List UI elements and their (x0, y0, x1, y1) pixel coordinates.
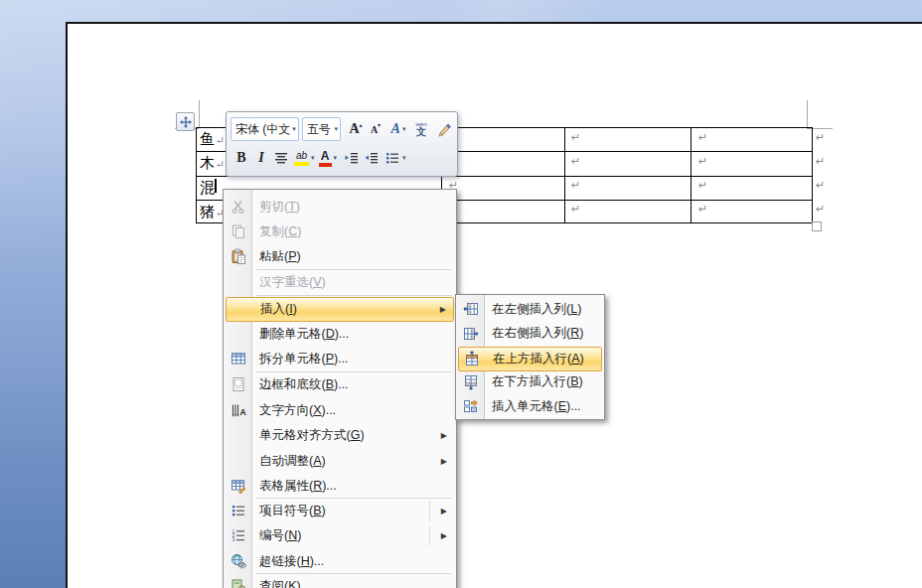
end-of-cell-mark: ↵ (571, 156, 580, 167)
borders-shading-icon (226, 376, 251, 392)
chevron-down-icon[interactable]: ▾ (292, 125, 296, 133)
format-painter-brush-icon (436, 121, 452, 137)
bullets-icon (226, 503, 251, 518)
submenu-arrow-icon: ▶ (441, 457, 447, 466)
grow-font-button[interactable]: A▴ (347, 118, 365, 140)
table-cell-text[interactable]: 木↵ (200, 154, 225, 173)
submenu-item-insert-row-above[interactable]: 在上方插入行(A) (458, 347, 602, 371)
menu-item-cut[interactable]: 剪切(T) (226, 196, 454, 219)
table-cell-text[interactable]: 混 (200, 179, 215, 198)
menu-item-split-cells[interactable]: 拆分单元格(P)... (226, 348, 454, 370)
end-of-cell-mark: ↵ (698, 204, 707, 215)
text-highlight-button[interactable]: ab ▾ (294, 147, 315, 169)
end-of-cell-mark: ↵ (698, 132, 707, 143)
left-margin-cropmark (199, 100, 200, 128)
increase-indent-icon (364, 150, 380, 166)
split-button-divider (429, 526, 430, 545)
menu-item-text-direction[interactable]: A 文字方向(X)... (226, 399, 454, 422)
font-size-combobox[interactable]: 五号 ▾ (302, 117, 341, 141)
hyperlink-globe-icon (226, 553, 251, 569)
menu-item-lookup[interactable]: 查阅(K) (226, 575, 454, 588)
right-margin-cropmark-h (807, 128, 833, 129)
submenu-item-insert-cells[interactable]: 插入单元格(E)... (458, 395, 602, 418)
menu-item-table-properties[interactable]: 表格属性(R)... (226, 475, 454, 498)
end-of-cell-mark: ↵ (698, 156, 707, 167)
end-of-cell-mark: ↵ (216, 134, 225, 147)
quick-styles-button[interactable]: A ▾ (389, 118, 407, 140)
insert-cells-icon (458, 398, 484, 414)
end-of-row-mark: ↵ (816, 180, 825, 191)
bold-button[interactable]: B (232, 147, 250, 169)
menu-item-borders-shading[interactable]: 边框和底纹(B)... (226, 373, 454, 396)
table-border (196, 127, 197, 223)
menu-item-autofit[interactable]: 自动调整(A) ▶ (226, 450, 454, 473)
table-resize-handle[interactable] (812, 221, 822, 231)
phonetic-guide-button[interactable]: wén 文 (412, 118, 430, 140)
menu-item-insert[interactable]: 插入(I) ▶ (226, 297, 454, 322)
menu-separator (256, 269, 452, 270)
menu-separator (256, 295, 452, 296)
font-color-button[interactable]: A ▾ (319, 147, 338, 169)
shrink-font-caret-icon: ▾ (378, 121, 381, 128)
center-align-button[interactable] (272, 147, 290, 169)
increase-indent-button[interactable] (363, 147, 381, 169)
menu-item-copy[interactable]: 复制(C) (226, 220, 454, 243)
table-cell-text[interactable]: 猪↵ (200, 203, 225, 221)
bullets-button[interactable]: ▾ (384, 147, 406, 169)
phonetic-guide-icon: wén 文 (415, 121, 426, 137)
chevron-down-icon: ▾ (402, 125, 406, 133)
end-of-cell-mark: ↵ (571, 180, 580, 191)
menu-item-hyperlink[interactable]: 超链接(H)... (226, 550, 454, 573)
scissors-icon (226, 199, 251, 215)
format-painter-button[interactable] (435, 118, 453, 140)
text-cursor (215, 179, 217, 193)
mini-toolbar: 宋体 (中文 ▾ 五号 ▾ A▴ A▾ A ▾ wén 文 (226, 111, 458, 177)
grow-font-caret-icon: ▴ (360, 121, 363, 128)
decrease-indent-button[interactable] (343, 147, 361, 169)
submenu-item-insert-row-below[interactable]: 在下方插入行(B) (458, 370, 602, 393)
chevron-down-icon[interactable]: ▾ (334, 154, 338, 162)
numbering-icon: 123 (226, 527, 251, 543)
menu-item-cell-alignment[interactable]: 单元格对齐方式(G) ▶ (226, 424, 454, 447)
table-properties-icon (226, 478, 251, 494)
copy-icon (226, 223, 251, 239)
menu-item-numbering[interactable]: 123 编号(N) ▶ (226, 524, 454, 547)
table-cell-text[interactable]: 鱼↵ (200, 130, 225, 149)
lookup-icon (226, 578, 251, 588)
decrease-indent-icon (344, 150, 360, 166)
end-of-cell-mark: ↵ (571, 204, 580, 215)
insert-column-right-icon (458, 326, 484, 342)
font-name-value: 宋体 (中文 (235, 121, 290, 138)
chevron-down-icon[interactable]: ▾ (402, 154, 406, 162)
split-cells-icon (226, 351, 251, 367)
svg-text:A: A (240, 407, 246, 417)
svg-text:3: 3 (232, 536, 235, 542)
shrink-font-button[interactable]: A▾ (367, 118, 384, 140)
end-of-row-mark: ↵ (816, 204, 825, 215)
menu-item-hanzi-reselect[interactable]: 汉字重选(V) (226, 271, 454, 294)
center-align-icon (273, 150, 289, 166)
end-of-row-mark: ↵ (816, 132, 825, 143)
text-direction-icon: A (226, 402, 251, 418)
menu-item-delete-cells[interactable]: 删除单元格(D)... (226, 323, 454, 346)
font-name-combobox[interactable]: 宋体 (中文 ▾ (230, 117, 299, 141)
font-color-icon: A (319, 150, 332, 167)
submenu-item-insert-column-right[interactable]: 在右侧插入列(R) (458, 322, 602, 345)
submenu-arrow-icon: ▶ (441, 507, 447, 515)
table-border (691, 127, 692, 223)
submenu-arrow-icon: ▶ (441, 531, 447, 540)
menu-item-bullets[interactable]: 项目符号(B) ▶ (226, 500, 454, 522)
font-size-value: 五号 (307, 121, 333, 138)
chevron-down-icon[interactable]: ▾ (334, 125, 338, 133)
menu-item-paste[interactable]: 粘贴(P) (226, 245, 454, 268)
submenu-item-insert-column-left[interactable]: 在左侧插入列(L) (458, 298, 602, 321)
insert-row-below-icon (458, 374, 484, 390)
bullets-icon (384, 150, 400, 166)
italic-button[interactable]: I (252, 147, 270, 169)
table-move-handle[interactable] (176, 112, 195, 131)
insert-column-left-icon (458, 301, 484, 317)
highlighter-icon: ab (294, 151, 309, 166)
chevron-down-icon[interactable]: ▾ (311, 154, 315, 162)
table-border (812, 127, 813, 223)
end-of-row-mark: ↵ (816, 156, 825, 167)
